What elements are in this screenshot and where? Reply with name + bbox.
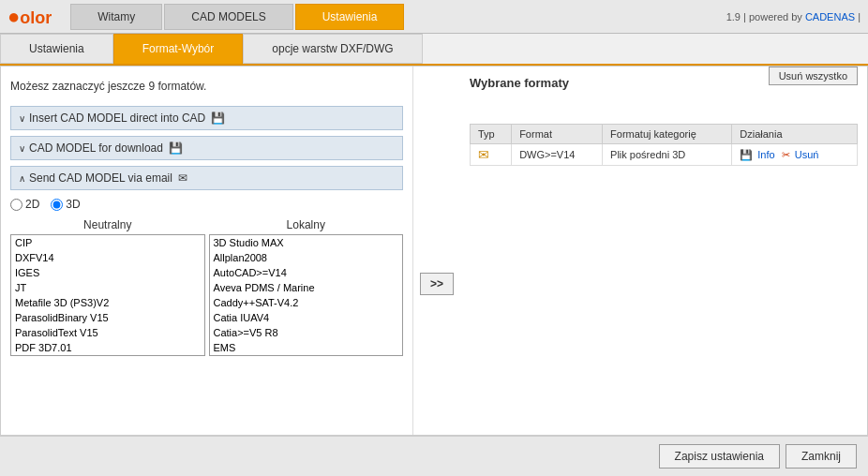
left-panel: Możesz zaznaczyć jeszcze 9 formatów. ∨ I…	[1, 67, 413, 435]
table-row: ✉ DWG>=V14 Plik pośredni 3D 💾 Info ✂ Usu…	[471, 144, 858, 166]
row-info-icon: 💾	[740, 149, 753, 160]
delete-action-link[interactable]: Usuń	[795, 149, 819, 160]
neutralny-option[interactable]: CIP	[11, 235, 204, 250]
col-typ: Typ	[471, 125, 512, 144]
neutralny-option[interactable]: DXFV14	[11, 250, 204, 265]
format-table: Typ Format Formatuj kategorię Działania …	[470, 124, 858, 166]
section-cad-download-arrow: ∨	[19, 143, 25, 154]
neutralny-label: Neutralny	[10, 218, 205, 231]
info-bar: Możesz zaznaczyć jeszcze 9 formatów.	[10, 76, 403, 97]
lokalny-container: Lokalny 3D Studio MAX Allplan2008 AutoCA…	[209, 218, 404, 356]
radio-2d[interactable]	[10, 199, 22, 211]
radio-3d-label[interactable]: 3D	[51, 198, 80, 211]
section-insert-cad-arrow: ∨	[19, 113, 25, 124]
lokalny-select[interactable]: 3D Studio MAX Allplan2008 AutoCAD>=V14 A…	[210, 235, 403, 355]
lokalny-option[interactable]: 3D Studio MAX	[210, 235, 403, 250]
delete-icon: ✂	[782, 149, 790, 160]
neutralny-option[interactable]: JT	[11, 280, 204, 295]
logo: ●olor	[7, 5, 52, 29]
col-format: Format	[512, 125, 603, 144]
row-kategoria: Plik pośredni 3D	[603, 144, 732, 166]
neutralny-option[interactable]: ParasolidText V15	[11, 325, 204, 340]
sub-tabs: Ustawienia Format-Wybór opcje warstw DXF…	[0, 34, 868, 66]
row-actions: 💾 Info ✂ Usuń	[732, 144, 858, 166]
sub-tab-opcje-warstw[interactable]: opcje warstw DXF/DWG	[243, 34, 422, 64]
add-format-button[interactable]: >>	[420, 273, 454, 295]
neutralny-list-box[interactable]: CIP DXFV14 IGES JT Metafile 3D (PS3)V2 P…	[10, 234, 205, 356]
nav-tab-cad-models[interactable]: CAD MODELS	[164, 4, 292, 30]
usun-wszystko-button[interactable]: Usuń wszystko	[769, 67, 858, 85]
save-icon-insert: 💾	[211, 112, 225, 125]
lokalny-option[interactable]: Catia>=V5 R8	[210, 325, 403, 340]
radio-3d[interactable]	[51, 199, 63, 211]
neutralny-container: Neutralny CIP DXFV14 IGES JT Metafile 3D…	[10, 218, 205, 356]
row-typ: ✉	[471, 144, 512, 166]
lists-area: Neutralny CIP DXFV14 IGES JT Metafile 3D…	[10, 218, 403, 356]
save-icon-download: 💾	[169, 141, 183, 155]
sub-tab-ustawienia[interactable]: Ustawienia	[0, 34, 113, 64]
neutralny-option[interactable]: ParasolidBinary V15	[11, 310, 204, 325]
lokalny-option[interactable]: Allplan2008	[210, 250, 403, 265]
lokalny-option[interactable]: Catia IUAV4	[210, 310, 403, 325]
zamknij-button[interactable]: Zamknij	[786, 444, 857, 469]
lokalny-option[interactable]: Caddy++SAT-V4.2	[210, 295, 403, 310]
version-info: 1.9 | powered by CADENAS |	[726, 11, 861, 22]
radio-row: 2D 3D	[10, 198, 403, 211]
lokalny-option[interactable]: Aveva PDMS / Marine	[210, 280, 403, 295]
format-table-body: ✉ DWG>=V14 Plik pośredni 3D 💾 Info ✂ Usu…	[471, 144, 858, 166]
lokalny-list-box[interactable]: 3D Studio MAX Allplan2008 AutoCAD>=V14 A…	[209, 234, 404, 356]
section-insert-cad-label: Insert CAD MODEL direct into CAD	[29, 112, 205, 125]
right-panel: Wybrane formaty Usuń wszystko Typ Format…	[460, 67, 867, 435]
section-send-email-arrow: ∧	[19, 173, 25, 184]
bottom-bar: Zapisz ustawienia Zamknij	[0, 436, 868, 476]
cadenas-link[interactable]: CADENAS	[805, 11, 855, 22]
section-insert-cad[interactable]: ∨ Insert CAD MODEL direct into CAD 💾	[10, 106, 403, 130]
version-text: 1.9 | powered by	[726, 11, 802, 22]
nav-tab-ustawienia[interactable]: Ustawienia	[295, 4, 405, 30]
col-kategoria: Formatuj kategorię	[603, 125, 732, 144]
neutralny-option[interactable]: PDF 3D7.01	[11, 340, 204, 355]
neutralny-option[interactable]: Metafile 3D (PS3)V2	[11, 295, 204, 310]
lokalny-option[interactable]: AutoCAD>=V14	[210, 265, 403, 280]
email-typ-icon: ✉	[478, 147, 489, 162]
zapisz-ustawienia-button[interactable]: Zapisz ustawienia	[659, 444, 780, 469]
section-send-email[interactable]: ∧ Send CAD MODEL via email ✉	[10, 166, 403, 190]
sub-tab-format-wybor[interactable]: Format-Wybór	[113, 34, 244, 64]
top-bar: ●olor Witamy CAD MODELS Ustawienia 1.9 |…	[0, 0, 868, 34]
section-cad-download[interactable]: ∨ CAD MODEL for download 💾	[10, 136, 403, 160]
lokalny-option[interactable]: EMS	[210, 340, 403, 355]
section-cad-download-label: CAD MODEL for download	[29, 141, 163, 155]
wybrane-formaty-title: Wybrane formaty	[470, 76, 569, 90]
col-dzialania: Działania	[732, 125, 858, 144]
neutralny-option[interactable]: IGES	[11, 265, 204, 280]
arrow-btn-area: >>	[413, 67, 460, 435]
radio-2d-label[interactable]: 2D	[10, 198, 39, 211]
main-content: Możesz zaznaczyć jeszcze 9 formatów. ∨ I…	[0, 66, 868, 436]
nav-tabs: Witamy CAD MODELS Ustawienia	[70, 4, 726, 30]
neutralny-select[interactable]: CIP DXFV14 IGES JT Metafile 3D (PS3)V2 P…	[11, 235, 204, 355]
section-send-email-label: Send CAD MODEL via email	[29, 171, 172, 185]
info-action-link[interactable]: Info	[757, 149, 774, 160]
nav-tab-witamy[interactable]: Witamy	[70, 4, 162, 30]
row-format: DWG>=V14	[512, 144, 603, 166]
email-icon: ✉	[178, 171, 187, 185]
lokalny-label: Lokalny	[209, 218, 404, 231]
